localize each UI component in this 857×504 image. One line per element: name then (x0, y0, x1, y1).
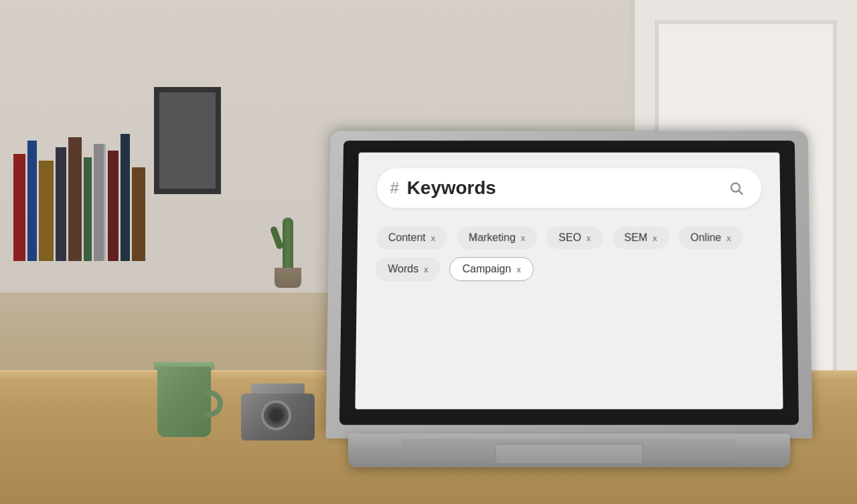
book (68, 137, 82, 261)
tag-label: Content (388, 232, 426, 244)
mug-handle (204, 390, 223, 417)
tag-label: Online (690, 232, 721, 244)
camera-lens (261, 400, 291, 430)
tag-seo[interactable]: SEO x (546, 226, 603, 249)
tag-label: Campaign (463, 263, 512, 275)
tag-label: SEO (558, 232, 581, 244)
tag-content[interactable]: Content x (376, 226, 448, 249)
cactus-arm (270, 226, 284, 250)
tag-sem[interactable]: SEM x (612, 226, 669, 249)
book (13, 154, 25, 261)
screen-bezel: # Keywords Content x (339, 141, 799, 425)
book (94, 144, 106, 261)
tag-label: Words (388, 263, 418, 275)
tag-label: Marketing (469, 232, 516, 244)
tag-campaign[interactable]: Campaign x (449, 257, 534, 281)
tag-remove[interactable]: x (431, 233, 436, 243)
tag-remove[interactable]: x (521, 233, 526, 243)
search-icon[interactable] (724, 176, 748, 200)
tag-remove[interactable]: x (424, 264, 428, 274)
picture-frame (154, 87, 221, 194)
tag-remove[interactable]: x (587, 233, 591, 243)
cactus-body (283, 218, 293, 271)
cactus (268, 187, 308, 288)
laptop: # Keywords Content x (328, 133, 810, 467)
book (121, 134, 130, 261)
laptop-lid: # Keywords Content x (325, 131, 812, 438)
book (27, 141, 37, 261)
tag-remove[interactable]: x (726, 233, 731, 243)
screen-content: # Keywords Content x (355, 153, 783, 410)
tag-label: SEM (624, 232, 647, 244)
hash-symbol: # (390, 179, 400, 197)
laptop-touchpad (495, 444, 643, 464)
cactus-pot (275, 268, 301, 288)
book (84, 157, 92, 261)
book (39, 161, 54, 261)
tag-online[interactable]: Online x (678, 226, 743, 249)
laptop-base (348, 434, 790, 467)
mug-body (157, 367, 211, 437)
search-keywords-label: Keywords (407, 177, 724, 199)
search-bar[interactable]: # Keywords (376, 168, 761, 207)
tag-remove[interactable]: x (516, 264, 521, 274)
camera-body (241, 394, 315, 440)
tags-area: Content x Marketing x SEO x SEM x (376, 226, 763, 281)
svg-line-1 (739, 191, 743, 194)
book (56, 147, 66, 261)
mug (147, 350, 221, 437)
camera (241, 380, 321, 440)
book (108, 151, 119, 261)
book (132, 167, 145, 261)
tag-marketing[interactable]: Marketing x (457, 226, 538, 249)
tag-remove[interactable]: x (653, 233, 657, 243)
tag-words[interactable]: Words x (376, 257, 441, 281)
bookshelf (13, 100, 161, 261)
